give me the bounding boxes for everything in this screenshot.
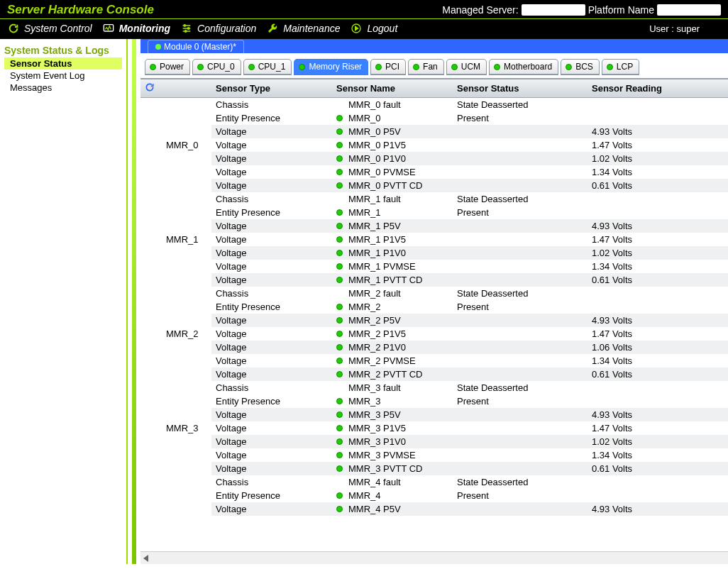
sidebar-item[interactable]: System Event Log xyxy=(4,70,122,82)
col-sensor-type[interactable]: Sensor Type xyxy=(211,79,332,98)
category-tab[interactable]: UCM xyxy=(446,59,487,75)
cell-sensor-type: Voltage xyxy=(211,260,332,273)
menu-configuration[interactable]: Configuration xyxy=(180,22,256,35)
table-row[interactable]: Entity PresenceMMR_0Present xyxy=(140,111,728,125)
status-led-icon xyxy=(336,223,343,229)
table-row[interactable]: VoltageMMR_2 P1V01.06 Volts xyxy=(140,341,728,354)
table-row[interactable]: VoltageMMR_0 P1V01.02 Volts xyxy=(140,152,728,165)
content: Module 0 (Master)* PowerCPU_0CPU_1Memory… xyxy=(128,39,728,564)
table-row[interactable]: VoltageMMR_0 PVTT CD0.61 Volts xyxy=(140,179,728,192)
cell-sensor-name: MMR_1 xyxy=(332,206,453,219)
menu-monitoring[interactable]: Monitoring xyxy=(102,22,170,35)
cell-sensor-name: MMR_0 PVTT CD xyxy=(332,179,453,192)
cell-sensor-type: Chassis xyxy=(211,192,332,206)
menu-maintenance[interactable]: Maintenance xyxy=(266,22,340,35)
module-tab[interactable]: Module 0 (Master)* xyxy=(148,40,244,53)
table-row[interactable]: VoltageMMR_2 PVTT CD0.61 Volts xyxy=(140,368,728,381)
cell-sensor-reading xyxy=(588,489,728,502)
table-row[interactable]: ChassisMMR_4 faultState Deasserted xyxy=(140,475,728,489)
table-row[interactable]: VoltageMMR_4 P5V4.93 Volts xyxy=(140,502,728,516)
refresh-icon xyxy=(145,82,155,92)
menu-logout[interactable]: Logout xyxy=(350,22,397,35)
col-sensor-status[interactable]: Sensor Status xyxy=(453,79,588,98)
cell-sensor-name: MMR_0 P1V5 xyxy=(332,138,453,152)
table-row[interactable]: VoltageMMR_1 P1V01.02 Volts xyxy=(140,246,728,260)
cell-sensor-status xyxy=(453,314,588,327)
menu-system-control[interactable]: System Control xyxy=(7,22,92,35)
module-tab-row: Module 0 (Master)* xyxy=(140,39,728,53)
category-tab[interactable]: PCI xyxy=(370,59,406,75)
status-led-icon xyxy=(336,344,343,350)
cell-sensor-status: Present xyxy=(453,300,588,314)
cell-sensor-name: MMR_1 PVTT CD xyxy=(332,273,453,287)
category-tab[interactable]: BCS xyxy=(561,59,600,75)
cell-sensor-status xyxy=(453,368,588,381)
col-sensor-name[interactable]: Sensor Name xyxy=(332,79,453,98)
cell-sensor-status xyxy=(453,138,588,152)
table-row[interactable]: Entity PresenceMMR_1Present xyxy=(140,206,728,219)
table-row[interactable]: Entity PresenceMMR_2Present xyxy=(140,300,728,314)
sidebar-item[interactable]: Sensor Status xyxy=(4,57,122,70)
table-row[interactable]: Entity PresenceMMR_3Present xyxy=(140,394,728,408)
cell-sensor-type: Voltage xyxy=(211,368,332,381)
cell-sensor-reading: 1.47 Volts xyxy=(588,233,728,246)
col-sensor-reading[interactable]: Sensor Reading xyxy=(588,79,728,98)
category-tab[interactable]: Power xyxy=(145,59,190,75)
sensor-name-text: MMR_0 P5V xyxy=(348,126,401,137)
cell-sensor-name: MMR_3 fault xyxy=(332,381,453,394)
category-tab-label: Power xyxy=(160,62,184,72)
table-row[interactable]: VoltageMMR_0 PVMSE1.34 Volts xyxy=(140,165,728,179)
status-led-icon xyxy=(336,155,343,162)
status-led-icon xyxy=(336,452,343,458)
table-row[interactable]: VoltageMMR_2 PVMSE1.34 Volts xyxy=(140,354,728,368)
table-row[interactable]: VoltageMMR_1 P5V4.93 Volts xyxy=(140,219,728,233)
table-row[interactable]: VoltageMMR_3 P5V4.93 Volts xyxy=(140,408,728,421)
table-row[interactable]: MMR_0ChassisMMR_0 faultState Deasserted xyxy=(140,98,728,112)
group-name: MMR_1 xyxy=(162,192,211,287)
category-tab[interactable]: Memory Riser xyxy=(294,59,368,75)
table-row[interactable]: MMR_3ChassisMMR_3 faultState Deasserted xyxy=(140,381,728,394)
table-row[interactable]: Entity PresenceMMR_4Present xyxy=(140,489,728,502)
sensor-name-text: MMR_2 PVTT CD xyxy=(348,369,423,380)
table-row[interactable]: VoltageMMR_3 P1V01.02 Volts xyxy=(140,435,728,448)
cell-sensor-reading: 0.61 Volts xyxy=(588,179,728,192)
sensor-name-text: MMR_4 xyxy=(348,490,381,501)
category-tab[interactable]: Fan xyxy=(408,59,444,75)
svg-point-1 xyxy=(184,25,186,27)
category-tab[interactable]: Motherboard xyxy=(489,59,558,75)
cell-sensor-type: Voltage xyxy=(211,462,332,475)
table-row[interactable]: VoltageMMR_0 P5V4.93 Volts xyxy=(140,125,728,138)
sensor-name-text: MMR_3 P1V5 xyxy=(348,423,406,433)
cell-sensor-type: Voltage xyxy=(211,421,332,435)
cell-sensor-name: MMR_3 P1V5 xyxy=(332,421,453,435)
table-row[interactable]: VoltageMMR_3 PVTT CD0.61 Volts xyxy=(140,462,728,475)
cell-sensor-reading: 4.93 Volts xyxy=(588,502,728,516)
category-tab[interactable]: CPU_1 xyxy=(243,59,292,75)
table-row[interactable]: VoltageMMR_1 PVTT CD0.61 Volts xyxy=(140,273,728,287)
cell-sensor-reading: 1.34 Volts xyxy=(588,165,728,179)
table-row[interactable]: VoltageMMR_3 PVMSE1.34 Volts xyxy=(140,448,728,462)
cell-sensor-status xyxy=(453,448,588,462)
table-row[interactable]: MMR_1ChassisMMR_1 faultState Deasserted xyxy=(140,192,728,206)
header-bar: Server Hardware Console Managed Server: … xyxy=(0,0,728,19)
sensor-name-text: MMR_3 PVMSE xyxy=(348,450,416,460)
cell-sensor-reading: 1.47 Volts xyxy=(588,327,728,341)
table-row[interactable]: VoltageMMR_1 PVMSE1.34 Volts xyxy=(140,260,728,273)
table-row[interactable]: MMR_2ChassisMMR_2 faultState Deasserted xyxy=(140,287,728,300)
category-tab[interactable]: CPU_0 xyxy=(192,59,241,75)
table-row[interactable]: VoltageMMR_1 P1V51.47 Volts xyxy=(140,233,728,246)
menu-label: Logout xyxy=(367,23,397,34)
sensor-table-wrap[interactable]: Sensor Type Sensor Name Sensor Status Se… xyxy=(140,78,728,551)
cell-sensor-reading: 0.61 Volts xyxy=(588,273,728,287)
status-led-icon xyxy=(336,385,343,391)
table-row[interactable]: VoltageMMR_3 P1V51.47 Volts xyxy=(140,421,728,435)
sidebar-item[interactable]: Messages xyxy=(4,82,122,94)
refresh-header[interactable] xyxy=(140,79,162,98)
table-row[interactable]: VoltageMMR_2 P1V51.47 Volts xyxy=(140,327,728,341)
header-right: Managed Server: Platform Name xyxy=(442,4,721,16)
category-tab[interactable]: LCP xyxy=(602,59,639,75)
status-led-icon xyxy=(336,101,343,108)
horizontal-scrollbar[interactable] xyxy=(140,551,728,564)
table-row[interactable]: VoltageMMR_0 P1V51.47 Volts xyxy=(140,138,728,152)
table-row[interactable]: VoltageMMR_2 P5V4.93 Volts xyxy=(140,314,728,327)
